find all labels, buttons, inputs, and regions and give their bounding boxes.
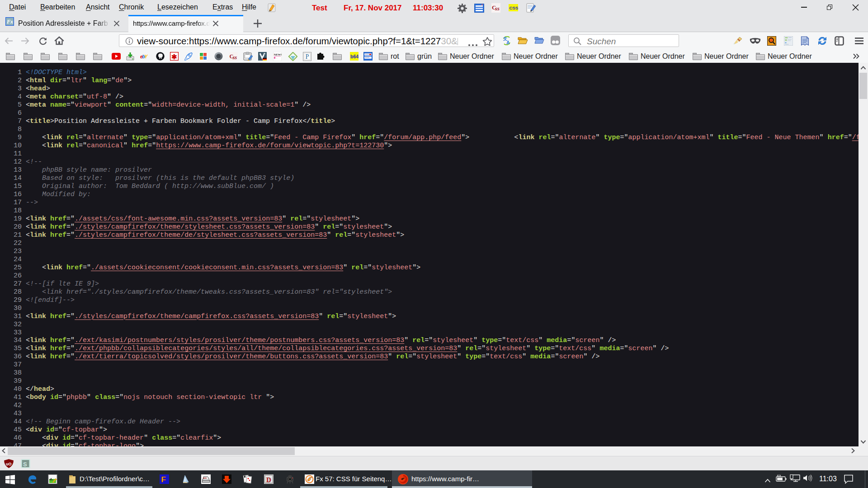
svg-text:ebY: ebY: [140, 54, 148, 59]
svg-text:ss: ss: [232, 54, 237, 60]
svg-text:P: P: [305, 53, 309, 60]
svg-text:A: A: [506, 40, 509, 45]
svg-text:ss: ss: [495, 5, 500, 12]
svg-text:NEWS: NEWS: [274, 53, 282, 56]
svg-text:uO: uO: [6, 462, 12, 466]
svg-text:CSS: CSS: [509, 5, 519, 10]
svg-text:b64: b64: [350, 54, 359, 59]
svg-text:Fx: Fx: [6, 19, 13, 25]
svg-text:✱: ✱: [171, 53, 177, 61]
svg-text:S: S: [23, 461, 27, 468]
svg-text:...: ...: [276, 57, 278, 59]
